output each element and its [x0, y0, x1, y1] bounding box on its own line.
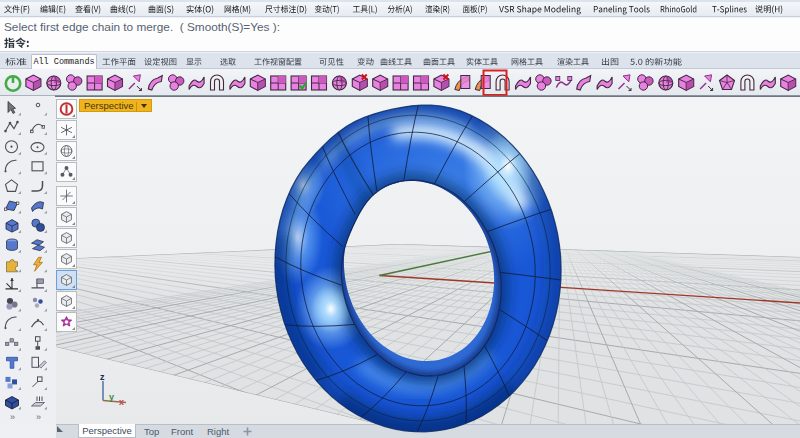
svg-text:x: x [119, 397, 124, 407]
svg-text:y: y [109, 392, 114, 402]
svg-text:z: z [100, 372, 105, 382]
